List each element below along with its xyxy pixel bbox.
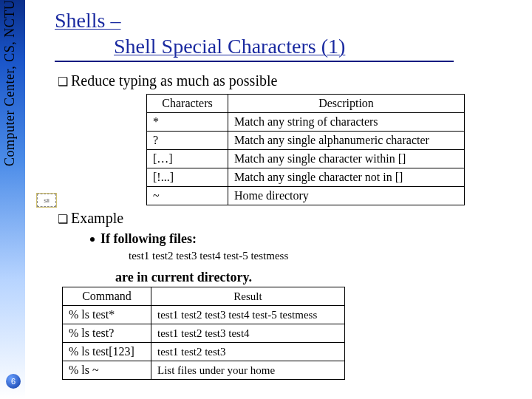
table-header-row: Command Result xyxy=(63,287,345,306)
table-row: % ls ~List files under your home xyxy=(63,361,345,380)
table-row: [!...]Match any single character not in … xyxy=(147,168,465,187)
title-line-1: Shells – xyxy=(55,9,120,32)
cell-cmd: % ls ~ xyxy=(63,361,151,380)
dot-bullet-icon xyxy=(90,237,95,242)
cell-desc: Match any single alphanumeric character xyxy=(228,132,465,150)
sidebar-org-text: Computer Center, CS, NCTU xyxy=(2,0,23,399)
table-header-row: Characters Description xyxy=(147,95,465,113)
slide-body: ❑Reduce typing as much as possible Chara… xyxy=(37,62,525,380)
bullet-reduce: ❑Reduce typing as much as possible xyxy=(58,72,517,89)
cell-char: ~ xyxy=(147,187,228,205)
cell-res: test1 test2 test3 test4 xyxy=(151,324,345,343)
if-following-files: If following files: xyxy=(90,231,517,247)
square-bullet-icon: ❑ xyxy=(58,75,71,89)
table-row: % ls test[123]test1 test2 test3 xyxy=(63,343,345,361)
are-in-current-dir: are in current directory. xyxy=(115,270,252,285)
th-characters: Characters xyxy=(147,95,228,113)
cell-char: ? xyxy=(147,132,228,150)
if-following-text: If following files: xyxy=(100,231,197,246)
th-command: Command xyxy=(63,287,151,306)
cell-res: test1 test2 test3 xyxy=(151,343,345,361)
cell-res: test1 test2 test3 test4 test-5 testmess xyxy=(151,306,345,324)
table-row: *Match any string of characters xyxy=(147,113,465,132)
th-description: Description xyxy=(228,95,465,113)
page-number-badge: 6 xyxy=(6,374,21,389)
square-bullet-icon: ❑ xyxy=(58,212,71,226)
bullet-example: ❑Example xyxy=(58,210,517,227)
th-result: Result xyxy=(151,287,345,306)
cell-res: List files under your home xyxy=(151,361,345,380)
cell-char: [!...] xyxy=(147,168,228,187)
table-row: ?Match any single alphanumeric character xyxy=(147,132,465,150)
cell-desc: Match any string of characters xyxy=(228,113,465,132)
cell-desc: Match any single character within [] xyxy=(228,150,465,168)
cell-desc: Match any single character not in [] xyxy=(228,168,465,187)
cell-cmd: % ls test? xyxy=(63,324,151,343)
command-result-table: Command Result % ls test*test1 test2 tes… xyxy=(62,287,345,380)
cell-char: […] xyxy=(147,150,228,168)
file-list: test1 test2 test3 test4 test-5 testmess xyxy=(129,250,517,262)
cell-char: * xyxy=(147,113,228,132)
bullet-reduce-text: Reduce typing as much as possible xyxy=(71,72,277,89)
cell-cmd: % ls test* xyxy=(63,306,151,324)
slide: Computer Center, CS, NCTU 6 sli Shells –… xyxy=(0,0,532,399)
table-row: […]Match any single character within [] xyxy=(147,150,465,168)
title-line-2: Shell Special Characters (1) xyxy=(114,35,345,58)
cell-desc: Home directory xyxy=(228,187,465,205)
slide-title: Shells – Shell Special Characters (1) xyxy=(37,0,525,62)
bullet-example-text: Example xyxy=(71,210,123,226)
table-row: % ls test*test1 test2 test3 test4 test-5… xyxy=(63,306,345,324)
example-block: ❑Example If following files: test1 test2… xyxy=(58,210,517,380)
cell-cmd: % ls test[123] xyxy=(63,343,151,361)
slide-content: Shells – Shell Special Characters (1) ❑R… xyxy=(37,0,525,399)
table-row: ~Home directory xyxy=(147,187,465,205)
table-row: % ls test?test1 test2 test3 test4 xyxy=(63,324,345,343)
special-chars-table: Characters Description *Match any string… xyxy=(146,94,465,205)
